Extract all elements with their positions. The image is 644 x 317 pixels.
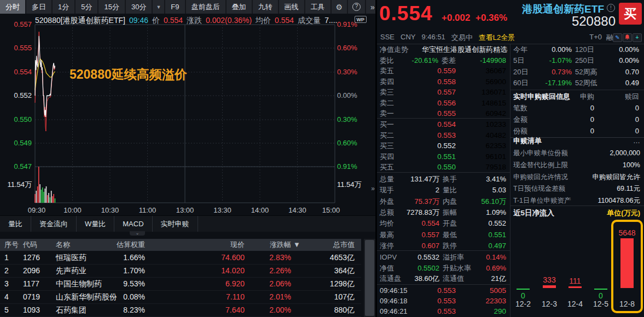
table-header-col-cap[interactable]: 总市值 — [300, 239, 355, 251]
table-row[interactable]: 40719山东新华制药股份0.08%7.1102.01%107亿 — [0, 290, 361, 304]
cell-index: 2 — [4, 264, 21, 277]
wp-badge-icon[interactable]: WP — [355, 16, 367, 23]
ask-level-label: 卖二 — [380, 98, 394, 109]
bid-row[interactable]: 买五0.55079518 — [377, 162, 510, 173]
table-collapse-handle[interactable]: ⌄ — [130, 231, 145, 236]
bid-row[interactable]: 买四0.55196101 — [377, 151, 510, 162]
stat-value-1: 7278.83万 — [397, 207, 439, 218]
rt-redeem-value: 0 — [597, 126, 639, 137]
perf-row: 5日-1.07%250日0.00% — [510, 55, 644, 66]
bid-row[interactable]: 买一0.55410233 — [377, 119, 510, 130]
ask-row[interactable]: 卖四0.55856900 — [377, 77, 510, 87]
volume-bar — [55, 198, 56, 203]
quote-flags: T+0 融 — [589, 33, 613, 43]
trading-status: 交易中 — [451, 33, 473, 43]
y-axis-pct-label: 0.30% — [337, 68, 357, 76]
table-row[interactable]: 11276恒瑞医药1.66%74.6002.83%4653亿 — [0, 251, 361, 265]
panel-collapse-icon[interactable]: » — [371, 185, 375, 192]
l2-panorama-link[interactable]: 查看L2全景 — [479, 33, 515, 43]
toolbar-period-30分[interactable]: 30分 — [126, 0, 152, 14]
add-plus-icon[interactable]: + — [633, 33, 642, 42]
help-icon[interactable]: ? — [348, 0, 365, 14]
tick-volume: 290 — [457, 306, 506, 317]
change-value: 0.002(0.36%) — [206, 16, 252, 25]
toolbar-period-分时[interactable]: 分时 — [0, 0, 25, 14]
period-dropdown-caret-icon[interactable]: ▼ — [153, 0, 164, 14]
settings-gear-icon[interactable]: ⚙ — [332, 0, 347, 14]
flow-date-label: 12-3 — [536, 300, 563, 308]
toolbar-action-画线[interactable]: 画线 — [279, 0, 304, 14]
stat-label-2: 量比 — [443, 185, 457, 196]
table-row[interactable]: 31177中国生物制药9.53%6.9202.06%1298亿 — [0, 277, 361, 291]
ask-level-label: 卖五 — [380, 66, 394, 77]
volume-bar — [37, 186, 38, 203]
sort-desc-icon[interactable]: ▼ — [293, 239, 300, 251]
cell-weight: 1.66% — [90, 251, 145, 264]
tick-price: 0.553 — [409, 285, 456, 296]
info-icon[interactable]: ! — [607, 4, 615, 12]
table-scrollbar[interactable] — [364, 239, 375, 317]
flow-bar — [568, 286, 582, 288]
rt-col-redeem: 赎回 — [597, 91, 639, 102]
bid-row[interactable]: 买二0.55340482 — [377, 130, 510, 141]
orderbook-divider — [377, 118, 510, 119]
tab-实时申赎[interactable]: 实时申赎 — [153, 216, 198, 232]
avg-value: 0.554 — [275, 16, 294, 25]
volume-bar — [53, 194, 54, 203]
ask-row[interactable]: 卖三0.557136071 — [377, 87, 510, 98]
intraday-chart[interactable]: 520880[港股通创新药ETF]09:46价0.554涨跌0.002(0.36… — [0, 14, 375, 215]
scrollbar-thumb[interactable] — [365, 240, 374, 316]
tick-volume: 5005 — [457, 285, 506, 296]
table-row[interactable]: 22096先声药业1.70%14.0202.26%364亿 — [0, 264, 361, 278]
toolbar-period-15分[interactable]: 15分 — [98, 0, 124, 14]
ticks-divider — [377, 284, 510, 285]
bid-level-label: 买五 — [380, 162, 394, 173]
stat-label-1: 外盘 — [380, 196, 394, 207]
cell-code: 1276 — [23, 251, 54, 264]
ask-row[interactable]: 卖二0.556148615 — [377, 98, 510, 109]
tab-W量比[interactable]: W量比 — [77, 216, 114, 232]
list-more-icon[interactable]: … — [620, 136, 640, 146]
tick-time: 09:46:21 — [380, 306, 408, 317]
stat-label-1: 现手 — [380, 185, 394, 196]
cell-index: 1 — [4, 251, 21, 264]
table-header-col-no[interactable]: 序号 — [4, 239, 21, 251]
weibi-label: 委比 — [380, 55, 394, 66]
table-header-col-chg[interactable]: 涨跌幅 — [236, 239, 291, 251]
toolbar-period-5分[interactable]: 5分 — [76, 0, 97, 14]
perf-label-2: 120日 — [575, 44, 594, 55]
tick-price: 0.553 — [409, 306, 456, 317]
alert-bell-icon[interactable] — [623, 33, 632, 42]
table-header-col-code[interactable]: 代码 — [23, 239, 54, 251]
tick-volume: 22303 — [457, 296, 506, 307]
tab-资金流向[interactable]: 资金流向 — [31, 216, 77, 232]
table-row[interactable]: 51093石药集团8.23%7.6402.00%880亿 — [0, 303, 361, 317]
tab-MACD[interactable]: MACD — [114, 216, 152, 232]
stat-label-2: 跌停 — [443, 240, 457, 251]
list-value: 100% — [578, 160, 640, 171]
ask-price: 0.558 — [409, 77, 456, 87]
volume-bar — [38, 167, 39, 203]
edit-pencil-icon[interactable]: ✎ — [613, 33, 622, 42]
list-value: 1100478.06元 — [578, 195, 640, 206]
cell-change-pct: 2.26% — [236, 264, 291, 277]
list-row: 申购赎回允许情况申购赎回皆允许 — [510, 172, 644, 183]
tab-量比[interactable]: 量比 — [0, 216, 31, 232]
exchange-label: SSE — [380, 33, 394, 43]
cell-change-pct: 2.83% — [236, 251, 291, 264]
toolbar-period-1分[interactable]: 1分 — [53, 0, 74, 14]
bid-row[interactable]: 买三0.55262353 — [377, 140, 510, 151]
table-header-col-weight[interactable]: 估算权重 — [90, 239, 145, 251]
toolbar-action-盘前盘后[interactable]: 盘前盘后 — [186, 0, 225, 14]
ask-level-label: 卖一 — [380, 108, 394, 119]
ask-row[interactable]: 卖五0.55936067 — [377, 66, 510, 77]
toolbar-action-叠加[interactable]: 叠加 — [227, 0, 252, 14]
toolbar-action-工具[interactable]: 工具 — [305, 0, 330, 14]
toolbar-period-多日[interactable]: 多日 — [26, 0, 51, 14]
toolbar-action-F9[interactable]: F9 — [165, 0, 184, 14]
ask-row[interactable]: 卖一0.55560942 — [377, 108, 510, 119]
stat-label-1: 总量 — [380, 174, 394, 185]
toolbar-action-九转[interactable]: 九转 — [253, 0, 278, 14]
cell-market-cap: 364亿 — [300, 264, 355, 277]
buy-button[interactable]: 买 — [619, 3, 642, 25]
